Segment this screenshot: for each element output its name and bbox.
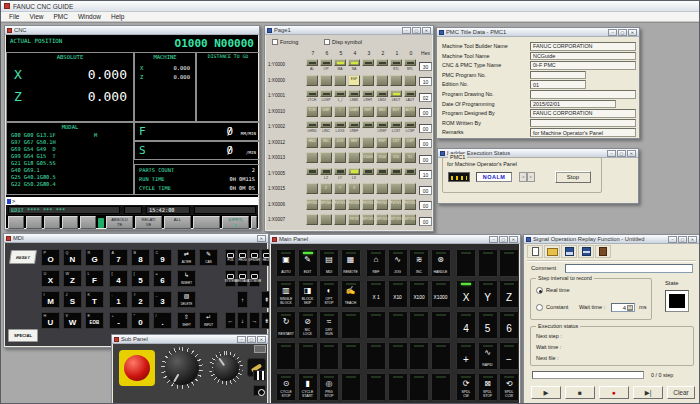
- panel-key-x100[interactable]: X100: [409, 280, 429, 308]
- toolbar-exit-icon[interactable]: [595, 245, 611, 258]
- mdi-key-g[interactable]: RG: [85, 249, 104, 266]
- replay-titlebar[interactable]: Signal Operation Replay Function - Untit…: [524, 235, 699, 244]
- signal-push-button-fvov1[interactable]: FVOV1: [390, 199, 402, 210]
- signal-push-button[interactable]: [362, 183, 374, 194]
- signal-push-button-fvov2[interactable]: FVOV2: [376, 199, 388, 210]
- panel-key-4[interactable]: 4: [456, 311, 476, 339]
- minimize-button[interactable]: [402, 27, 411, 34]
- page1-titlebar[interactable]: Page1: [265, 26, 433, 35]
- panel-key-restart[interactable]: ↻RESTART: [276, 311, 296, 339]
- panel-key-mdi[interactable]: ▤MDI: [319, 249, 339, 277]
- signal-push-button-x10[interactable]: X10: [390, 152, 402, 163]
- mdi-key-5[interactable]: ]5: [131, 270, 150, 287]
- panel-key-x[interactable]: X: [456, 280, 476, 308]
- field-value-edition-no-[interactable]: 01: [530, 80, 586, 89]
- signal-push-button[interactable]: [376, 183, 388, 194]
- mdi-key-shift[interactable]: ⇧SHIFT: [177, 312, 196, 329]
- field-value-pmc-program-no-[interactable]: [530, 71, 586, 80]
- signal-push-button[interactable]: [390, 183, 402, 194]
- signal-push-button[interactable]: [390, 75, 402, 86]
- special-key[interactable]: SPECIAL: [8, 329, 38, 342]
- maximize-button[interactable]: [678, 236, 687, 243]
- panel-key-handle[interactable]: ⊛HANDLE: [431, 249, 451, 277]
- signal-push-button-z[interactable]: Z: [320, 183, 332, 194]
- signal-push-button[interactable]: [376, 75, 388, 86]
- pmc-spinner[interactable]: ◄ ►: [519, 172, 535, 182]
- panel-key-teach[interactable]: ✍TEACH: [341, 280, 361, 308]
- field-value-program-drawing-no-[interactable]: [530, 90, 636, 99]
- signal-push-button[interactable]: [334, 214, 346, 225]
- mdi-fn-pos[interactable]: POS: [225, 249, 236, 266]
- signal-led-button-laut[interactable]: [404, 90, 416, 97]
- mdi-key-can[interactable]: ✎CAN: [199, 249, 218, 266]
- signal-push-button-fvov0[interactable]: FVOV0: [404, 199, 416, 210]
- signal-led-button-lmdi[interactable]: [376, 90, 388, 97]
- signal-led-button-lrsp[interactable]: [376, 121, 388, 128]
- signal-push-button[interactable]: [348, 152, 360, 163]
- mdi-fn-prog[interactable]: PROG: [237, 249, 248, 266]
- maximize-button[interactable]: [412, 27, 421, 34]
- mdi-key-right[interactable]: →: [249, 312, 260, 329]
- softkey-relative[interactable]: RELATI VE: [135, 216, 162, 229]
- signal-push-button-fvov5[interactable]: FVOV5: [334, 199, 346, 210]
- mdi-key-1[interactable]: ,1: [109, 291, 128, 308]
- field-value-machine-tool-name[interactable]: NCGuide: [530, 52, 636, 61]
- sub-panel-pause-button[interactable]: [253, 370, 266, 381]
- panel-key-blank[interactable]: [341, 373, 361, 401]
- mdi-key-0[interactable]: *0: [131, 312, 150, 329]
- mdi-key-7[interactable]: A7: [109, 249, 128, 266]
- signal-push-button[interactable]: [334, 152, 346, 163]
- signal-push-button-spov1[interactable]: SPOV1: [306, 199, 318, 210]
- panel-key-6[interactable]: 6: [499, 311, 519, 339]
- spin-updown-icon[interactable]: ▴▾: [627, 305, 633, 312]
- maximize-button[interactable]: [247, 336, 256, 343]
- signal-push-button-spov2[interactable]: SPOV2: [404, 214, 416, 225]
- mdi-key-o[interactable]: PO: [41, 249, 60, 266]
- signal-push-button[interactable]: [404, 183, 416, 194]
- signal-push-button-hnd[interactable]: HND: [306, 137, 318, 148]
- toolbar-save-icon[interactable]: [561, 245, 577, 258]
- panel-key-blank[interactable]: [388, 342, 408, 370]
- signal-led-button[interactable]: [376, 59, 388, 66]
- menu-file[interactable]: File: [4, 13, 24, 20]
- panel-key-blank[interactable]: [499, 249, 519, 277]
- menu-view[interactable]: View: [24, 13, 48, 20]
- panel-key-jog[interactable]: ∿JOG: [388, 249, 408, 277]
- signal-led-button-lref[interactable]: [348, 121, 360, 128]
- mdi-fn-message[interactable]: MESSAGE: [237, 270, 248, 287]
- signal-led-button-lsbk[interactable]: [348, 90, 360, 97]
- close-button[interactable]: [257, 235, 266, 242]
- wait-time-spinbox[interactable]: 4 ▴▾: [611, 303, 635, 312]
- close-button[interactable]: [422, 27, 431, 34]
- softkey-blank[interactable]: [80, 216, 96, 229]
- signal-push-button-spov4[interactable]: SPOV4: [376, 214, 388, 225]
- main-panel-titlebar[interactable]: Main Panel: [270, 235, 520, 244]
- close-button[interactable]: [509, 236, 518, 243]
- close-button[interactable]: [628, 29, 637, 36]
- signal-push-button-x[interactable]: X: [348, 183, 360, 194]
- mdi-fn-system[interactable]: SYSTEM: [225, 270, 236, 287]
- real-time-radio[interactable]: [536, 287, 543, 294]
- signal-push-button-x1[interactable]: X1: [404, 152, 416, 163]
- softkey-all[interactable]: ALL: [164, 216, 191, 229]
- softkey-absolute[interactable]: ABSOLU TE: [106, 216, 133, 229]
- mdi-key-alter[interactable]: ⇄ALTER: [177, 249, 196, 266]
- record-button[interactable]: ●: [599, 386, 629, 399]
- signal-push-button-x100[interactable]: X100: [376, 152, 388, 163]
- signal-push-button-spov0[interactable]: SPOV0: [320, 199, 332, 210]
- signal-led-button-op[interactable]: [320, 59, 332, 66]
- cnc-window-titlebar[interactable]: CNC: [5, 26, 259, 35]
- field-value-rom-written-by[interactable]: [530, 119, 636, 128]
- menu-window[interactable]: Window: [73, 13, 106, 20]
- mdi-key-minus[interactable]: +-: [109, 312, 128, 329]
- panel-key-remote[interactable]: ▦REMOTE: [341, 249, 361, 277]
- signal-led-button[interactable]: [376, 168, 388, 175]
- maximize-button[interactable]: [618, 29, 627, 36]
- panel-key-x1000[interactable]: X1000: [431, 280, 451, 308]
- signal-led-button-ma[interactable]: [334, 59, 346, 66]
- softkey-blank[interactable]: [193, 216, 220, 229]
- signal-led-button-ly[interactable]: [334, 168, 346, 175]
- mdi-key-f[interactable]: LF: [85, 270, 104, 287]
- panel-key-cycle-stop[interactable]: ⊙CYCLE STOP: [276, 373, 296, 401]
- play-button[interactable]: ▶: [531, 386, 561, 399]
